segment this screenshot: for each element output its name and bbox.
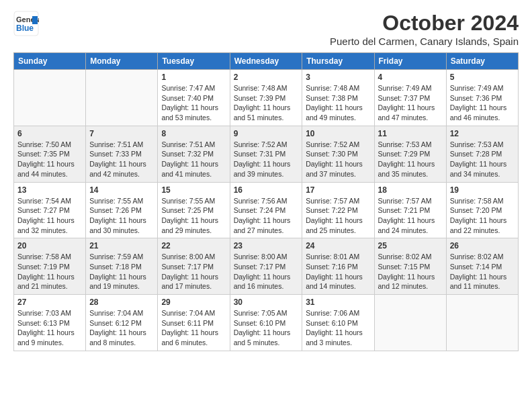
calendar-cell: 9Sunrise: 7:52 AM Sunset: 7:31 PM Daylig… <box>230 126 302 182</box>
day-info: Sunrise: 7:03 AM Sunset: 6:13 PM Dayligh… <box>17 308 82 348</box>
day-info: Sunrise: 7:48 AM Sunset: 7:38 PM Dayligh… <box>306 83 370 123</box>
day-info: Sunrise: 7:59 AM Sunset: 7:18 PM Dayligh… <box>89 252 154 291</box>
day-info: Sunrise: 7:52 AM Sunset: 7:30 PM Dayligh… <box>306 140 370 179</box>
weekday-header-tuesday: Tuesday <box>158 53 230 70</box>
day-number: 25 <box>378 241 443 250</box>
calendar-cell: 26Sunrise: 8:02 AM Sunset: 7:14 PM Dayli… <box>446 238 518 295</box>
location-title: Puerto del Carmen, Canary Islands, Spain <box>330 36 519 47</box>
weekday-header-saturday: Saturday <box>446 53 518 70</box>
day-info: Sunrise: 7:52 AM Sunset: 7:31 PM Dayligh… <box>234 140 299 179</box>
day-number: 31 <box>306 298 370 307</box>
calendar-cell: 15Sunrise: 7:55 AM Sunset: 7:25 PM Dayli… <box>158 182 230 238</box>
day-number: 10 <box>306 129 370 138</box>
day-number: 22 <box>161 241 226 250</box>
month-title: October 2024 <box>330 11 519 36</box>
logo-icon: General Blue <box>13 11 39 36</box>
day-number: 18 <box>378 185 443 195</box>
day-info: Sunrise: 7:58 AM Sunset: 7:20 PM Dayligh… <box>450 196 515 236</box>
calendar-cell <box>86 70 158 126</box>
calendar-body: 1Sunrise: 7:47 AM Sunset: 7:40 PM Daylig… <box>14 70 519 351</box>
calendar-cell <box>446 295 518 351</box>
title-area: October 2024 Puerto del Carmen, Canary I… <box>330 11 519 47</box>
day-number: 19 <box>450 185 515 195</box>
calendar-cell: 27Sunrise: 7:03 AM Sunset: 6:13 PM Dayli… <box>14 295 86 351</box>
logo: General Blue <box>13 11 39 36</box>
calendar-cell: 6Sunrise: 7:50 AM Sunset: 7:35 PM Daylig… <box>14 126 86 182</box>
calendar-cell: 18Sunrise: 7:57 AM Sunset: 7:21 PM Dayli… <box>374 182 446 238</box>
day-number: 11 <box>378 129 443 138</box>
calendar-cell: 1Sunrise: 7:47 AM Sunset: 7:40 PM Daylig… <box>158 70 230 126</box>
day-info: Sunrise: 7:51 AM Sunset: 7:32 PM Dayligh… <box>161 140 226 179</box>
day-info: Sunrise: 7:53 AM Sunset: 7:28 PM Dayligh… <box>450 140 515 179</box>
header: General Blue October 2024 Puerto del Car… <box>13 11 519 47</box>
day-number: 17 <box>306 185 370 195</box>
day-number: 29 <box>161 298 226 307</box>
day-number: 30 <box>234 298 299 307</box>
day-info: Sunrise: 7:58 AM Sunset: 7:19 PM Dayligh… <box>17 252 82 291</box>
day-number: 1 <box>161 73 226 82</box>
calendar-cell: 14Sunrise: 7:55 AM Sunset: 7:26 PM Dayli… <box>86 182 158 238</box>
calendar-cell: 13Sunrise: 7:54 AM Sunset: 7:27 PM Dayli… <box>14 182 86 238</box>
calendar-cell: 5Sunrise: 7:49 AM Sunset: 7:36 PM Daylig… <box>446 70 518 126</box>
calendar-week-2: 6Sunrise: 7:50 AM Sunset: 7:35 PM Daylig… <box>14 126 519 182</box>
day-info: Sunrise: 7:49 AM Sunset: 7:36 PM Dayligh… <box>450 83 515 123</box>
day-number: 13 <box>17 185 82 195</box>
calendar-week-1: 1Sunrise: 7:47 AM Sunset: 7:40 PM Daylig… <box>14 70 519 126</box>
calendar-cell: 28Sunrise: 7:04 AM Sunset: 6:12 PM Dayli… <box>86 295 158 351</box>
weekday-header-wednesday: Wednesday <box>230 53 302 70</box>
day-number: 8 <box>161 129 226 138</box>
calendar-header-row: SundayMondayTuesdayWednesdayThursdayFrid… <box>14 53 519 70</box>
calendar-cell: 29Sunrise: 7:04 AM Sunset: 6:11 PM Dayli… <box>158 295 230 351</box>
day-number: 26 <box>450 241 515 250</box>
day-info: Sunrise: 7:05 AM Sunset: 6:10 PM Dayligh… <box>234 308 299 348</box>
day-info: Sunrise: 8:00 AM Sunset: 7:17 PM Dayligh… <box>234 252 299 291</box>
calendar-cell: 31Sunrise: 7:06 AM Sunset: 6:10 PM Dayli… <box>302 295 374 351</box>
day-info: Sunrise: 7:51 AM Sunset: 7:33 PM Dayligh… <box>89 140 154 179</box>
day-info: Sunrise: 7:48 AM Sunset: 7:39 PM Dayligh… <box>234 83 299 123</box>
calendar-cell: 10Sunrise: 7:52 AM Sunset: 7:30 PM Dayli… <box>302 126 374 182</box>
day-number: 4 <box>378 73 443 82</box>
calendar-cell: 23Sunrise: 8:00 AM Sunset: 7:17 PM Dayli… <box>230 238 302 295</box>
day-info: Sunrise: 7:55 AM Sunset: 7:25 PM Dayligh… <box>161 196 226 236</box>
calendar-cell: 4Sunrise: 7:49 AM Sunset: 7:37 PM Daylig… <box>374 70 446 126</box>
day-info: Sunrise: 7:54 AM Sunset: 7:27 PM Dayligh… <box>17 196 82 236</box>
svg-text:Blue: Blue <box>16 24 34 33</box>
calendar-cell: 8Sunrise: 7:51 AM Sunset: 7:32 PM Daylig… <box>158 126 230 182</box>
day-info: Sunrise: 8:02 AM Sunset: 7:14 PM Dayligh… <box>450 252 515 291</box>
calendar-cell <box>14 70 86 126</box>
weekday-header-friday: Friday <box>374 53 446 70</box>
day-number: 28 <box>89 298 154 307</box>
day-number: 14 <box>89 185 154 195</box>
day-number: 27 <box>17 298 82 307</box>
day-number: 7 <box>89 129 154 138</box>
day-number: 20 <box>17 241 82 250</box>
day-info: Sunrise: 7:06 AM Sunset: 6:10 PM Dayligh… <box>306 308 370 348</box>
day-info: Sunrise: 7:04 AM Sunset: 6:12 PM Dayligh… <box>89 308 154 348</box>
calendar-cell: 20Sunrise: 7:58 AM Sunset: 7:19 PM Dayli… <box>14 238 86 295</box>
calendar-cell <box>374 295 446 351</box>
calendar-week-4: 20Sunrise: 7:58 AM Sunset: 7:19 PM Dayli… <box>14 238 519 295</box>
weekday-header-monday: Monday <box>86 53 158 70</box>
calendar-cell: 22Sunrise: 8:00 AM Sunset: 7:17 PM Dayli… <box>158 238 230 295</box>
day-info: Sunrise: 7:47 AM Sunset: 7:40 PM Dayligh… <box>161 83 226 123</box>
day-number: 15 <box>161 185 226 195</box>
calendar-cell: 7Sunrise: 7:51 AM Sunset: 7:33 PM Daylig… <box>86 126 158 182</box>
day-info: Sunrise: 7:04 AM Sunset: 6:11 PM Dayligh… <box>161 308 226 348</box>
day-number: 6 <box>17 129 82 138</box>
day-number: 16 <box>234 185 299 195</box>
calendar-cell: 2Sunrise: 7:48 AM Sunset: 7:39 PM Daylig… <box>230 70 302 126</box>
calendar: SundayMondayTuesdayWednesdayThursdayFrid… <box>13 52 519 351</box>
calendar-cell: 3Sunrise: 7:48 AM Sunset: 7:38 PM Daylig… <box>302 70 374 126</box>
day-info: Sunrise: 7:53 AM Sunset: 7:29 PM Dayligh… <box>378 140 443 179</box>
day-number: 2 <box>234 73 299 82</box>
calendar-cell: 11Sunrise: 7:53 AM Sunset: 7:29 PM Dayli… <box>374 126 446 182</box>
calendar-cell: 12Sunrise: 7:53 AM Sunset: 7:28 PM Dayli… <box>446 126 518 182</box>
calendar-cell: 16Sunrise: 7:56 AM Sunset: 7:24 PM Dayli… <box>230 182 302 238</box>
calendar-week-5: 27Sunrise: 7:03 AM Sunset: 6:13 PM Dayli… <box>14 295 519 351</box>
calendar-cell: 24Sunrise: 8:01 AM Sunset: 7:16 PM Dayli… <box>302 238 374 295</box>
weekday-header-sunday: Sunday <box>14 53 86 70</box>
day-info: Sunrise: 7:49 AM Sunset: 7:37 PM Dayligh… <box>378 83 443 123</box>
calendar-cell: 19Sunrise: 7:58 AM Sunset: 7:20 PM Dayli… <box>446 182 518 238</box>
day-number: 5 <box>450 73 515 82</box>
day-info: Sunrise: 8:01 AM Sunset: 7:16 PM Dayligh… <box>306 252 370 291</box>
